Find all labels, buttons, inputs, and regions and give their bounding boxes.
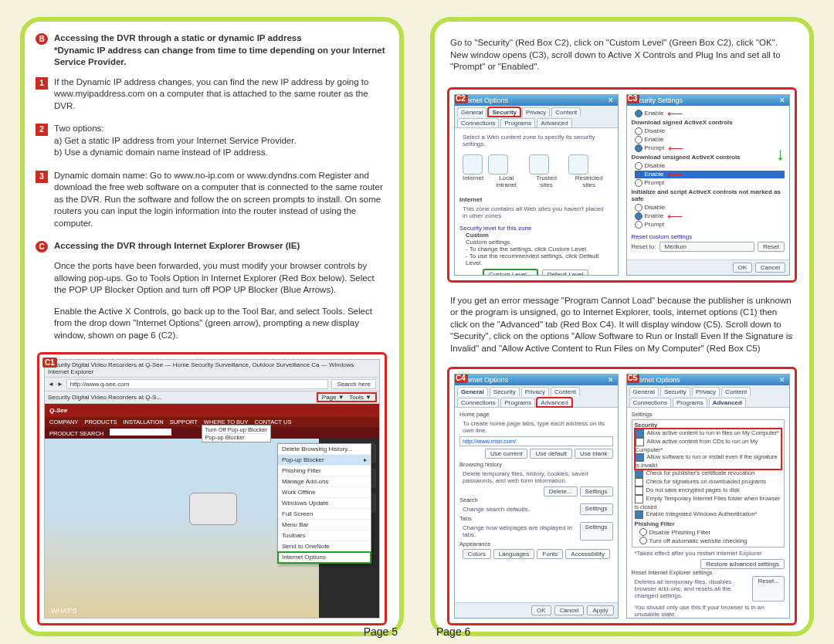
nav-products[interactable]: PRODUCTS — [84, 419, 117, 425]
c3-g2-prompt[interactable]: Prompt — [645, 221, 665, 228]
c3-cancel-button[interactable]: Cancel — [755, 263, 785, 273]
dd-onenote[interactable]: Send to OneNote — [278, 541, 371, 552]
popup-blocker-row[interactable]: Pop-up Blocker — [205, 433, 267, 441]
c4-tab-security[interactable]: Security — [490, 387, 520, 396]
c3-g0-prompt[interactable]: Prompt — [645, 144, 665, 151]
c4-use-default[interactable]: Use default — [530, 449, 571, 459]
checkbox-icon[interactable] — [636, 438, 644, 446]
checkbox-icon[interactable] — [635, 495, 643, 503]
c5-tab-conn[interactable]: Connections — [629, 398, 671, 407]
tools-dropdown[interactable]: Delete Browsing History... Pop-up Blocke… — [277, 443, 371, 564]
search-box[interactable]: Search here — [331, 379, 376, 389]
checkbox-icon[interactable] — [635, 486, 643, 495]
c4-apply-button[interactable]: Apply — [587, 605, 613, 615]
c4-tab-content[interactable]: Content — [551, 387, 580, 396]
dd-phishing[interactable]: Phishing Filter — [278, 466, 371, 476]
dd-winupdate[interactable]: Windows Update — [278, 498, 371, 509]
c3-close-icon[interactable]: ✕ — [779, 97, 785, 104]
c5-tab-content[interactable]: Content — [721, 387, 751, 396]
c4-languages[interactable]: Languages — [493, 549, 535, 559]
c2-tab-conn[interactable]: Connections — [457, 118, 499, 127]
c4-tab-general[interactable]: General — [457, 387, 488, 396]
checkbox-icon[interactable] — [636, 453, 644, 462]
c2-custom-level-button[interactable]: Custom Level... — [483, 269, 537, 276]
nav-support[interactable]: SUPPORT — [170, 419, 198, 425]
c3-g0-enable2[interactable]: Enable — [645, 136, 664, 143]
c5-item-0[interactable]: Allow active content to run in files on … — [647, 430, 779, 437]
c3-reset-button[interactable]: Reset — [758, 242, 785, 252]
c4-search-btn[interactable]: Settings — [580, 503, 613, 515]
c5-phish-0[interactable]: Disable Phishing Filter — [649, 529, 711, 536]
c3-ok-button[interactable]: OK — [733, 263, 753, 273]
c4-hist-delete[interactable]: Delete... — [544, 486, 578, 497]
c5-phish-1[interactable]: Turn off automatic website checking — [649, 537, 748, 544]
c5-item-2[interactable]: Allow software to run or install even if… — [636, 454, 778, 469]
c2-tab-content[interactable]: Content — [551, 107, 581, 117]
c2-tab-prog[interactable]: Programs — [500, 118, 535, 127]
nav-fwd-icon[interactable]: ► — [57, 381, 63, 388]
c4-colors[interactable]: Colors — [463, 549, 491, 559]
c4-cancel-button[interactable]: Cancel — [554, 605, 585, 615]
c4-tab-privacy[interactable]: Privacy — [521, 387, 549, 396]
dd-offline[interactable]: Work Offline — [278, 487, 371, 498]
c2-close-icon[interactable]: ✕ — [608, 97, 614, 104]
radio-icon[interactable] — [635, 110, 642, 117]
c5-tab-general[interactable]: General — [629, 387, 659, 396]
c3-g2-enable[interactable]: Enable — [645, 212, 664, 219]
c5-close-icon[interactable]: ✕ — [779, 376, 785, 384]
browser-tab[interactable]: Security Digital Video Recorders at Q-S.… — [48, 394, 161, 401]
c3-g0-disable[interactable]: Disable — [645, 127, 666, 134]
site-search-input[interactable] — [110, 429, 171, 436]
c2-tab-adv[interactable]: Advanced — [537, 118, 572, 127]
zone-internet-icon[interactable] — [463, 154, 483, 175]
c2-tab-privacy[interactable]: Privacy — [522, 107, 550, 117]
c4-fonts[interactable]: Fonts — [537, 549, 563, 559]
c5-item-3[interactable]: Check for publisher's certificate revoca… — [646, 470, 755, 477]
dd-internet-options[interactable]: Internet Options — [278, 552, 371, 563]
c4-tabs-btn[interactable]: Settings — [580, 522, 613, 541]
radio-icon[interactable] — [635, 212, 642, 220]
c4-access[interactable]: Accessibility — [565, 549, 610, 559]
c5-item-4[interactable]: Check for signatures on downloaded progr… — [646, 479, 767, 486]
radio-icon[interactable] — [635, 127, 642, 135]
dd-fullscreen[interactable]: Full Screen — [278, 509, 371, 520]
c5-tab-prog[interactable]: Programs — [673, 398, 707, 407]
dd-popup-blocker[interactable]: Pop-up Blocker▸ — [278, 455, 371, 466]
dd-menubar[interactable]: Menu Bar — [278, 520, 371, 530]
radio-icon[interactable] — [635, 221, 642, 229]
c5-tab-privacy[interactable]: Privacy — [692, 387, 720, 396]
url-input[interactable]: http://www.q-see.com — [66, 379, 329, 389]
c5-item-1[interactable]: Allow active content from CDs to run on … — [636, 439, 758, 454]
radio-icon[interactable] — [639, 537, 647, 544]
c2-tab-security[interactable]: Security — [488, 107, 520, 117]
dd-toolbars[interactable]: Toolbars — [278, 530, 371, 541]
checkbox-icon[interactable] — [636, 429, 644, 438]
checkbox-icon[interactable] — [635, 478, 643, 486]
c4-tab-adv[interactable]: Advanced — [537, 398, 572, 407]
c4-home-url[interactable]: http://www.msn.com/ — [459, 436, 613, 446]
c3-g1-enable[interactable]: Enable — [645, 171, 664, 178]
checkbox-icon[interactable] — [635, 469, 643, 478]
c3-reset-select[interactable]: Medium — [659, 242, 755, 252]
c5-item-7[interactable]: Enable Integrated Windows Authentication… — [646, 511, 758, 518]
tools-button[interactable]: Page ▼ Tools ▼ — [317, 393, 376, 402]
c4-hist-settings[interactable]: Settings — [580, 486, 613, 497]
c5-tab-security[interactable]: Security — [660, 387, 690, 396]
c5-restore-btn[interactable]: Restore advanced settings — [700, 559, 785, 569]
nav-back-icon[interactable]: ◄ — [48, 381, 54, 388]
nav-company[interactable]: COMPANY — [49, 419, 78, 425]
c4-ok-button[interactable]: OK — [531, 605, 551, 615]
radio-icon[interactable] — [635, 144, 642, 152]
c3-g0-enable[interactable]: Enable — [645, 110, 664, 117]
radio-icon[interactable] — [635, 136, 642, 144]
c5-item-6[interactable]: Empty Temporary Internet Files folder wh… — [635, 496, 781, 511]
c4-use-blank[interactable]: Use blank — [575, 449, 613, 459]
c3-g2-disable[interactable]: Disable — [645, 204, 666, 211]
c4-close-icon[interactable]: ✕ — [608, 376, 614, 384]
c5-tab-adv[interactable]: Advanced — [709, 398, 746, 407]
radio-icon[interactable] — [635, 171, 642, 178]
c4-tab-prog[interactable]: Programs — [500, 398, 535, 407]
c2-tab-general[interactable]: General — [457, 107, 486, 117]
zone-intranet-icon[interactable] — [488, 154, 508, 175]
popup-blocker-submenu[interactable]: Turn Off Pop-up Blocker Pop-up Blocker — [202, 425, 271, 442]
